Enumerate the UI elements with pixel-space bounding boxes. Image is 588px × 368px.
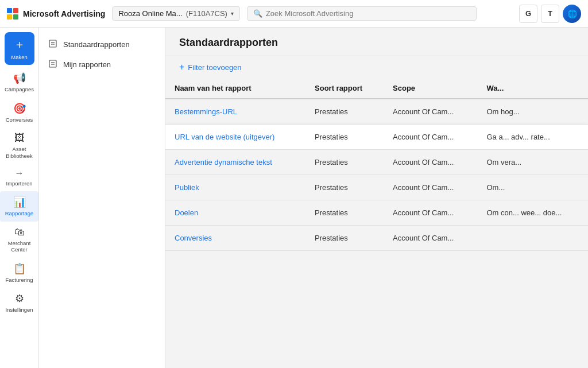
search-icon: 🔍 xyxy=(253,9,262,18)
sidebar-item-maken[interactable]: ＋ Maken xyxy=(5,32,34,65)
report-link-3[interactable]: Advertentie dynamische tekst xyxy=(175,158,272,166)
sidebar-item-label-merchant: Merchant Center xyxy=(2,240,36,253)
sidebar-item-campagnes[interactable]: 📢 Campagnes xyxy=(0,67,38,97)
report-name-cell: Doelen xyxy=(165,200,305,226)
sidebar-item-instellingen[interactable]: ⚙ Instellingen xyxy=(0,288,38,317)
table-row: Advertentie dynamische tekst Prestaties … xyxy=(165,150,588,175)
nav-mijn-rapporten[interactable]: Mijn rapporten xyxy=(39,55,165,75)
sidebar-item-label-campagnes: Campagnes xyxy=(5,86,34,92)
table-body: Bestemmings-URL Prestaties Account Of Ca… xyxy=(165,99,588,251)
logo-cell-2 xyxy=(13,8,18,13)
logo-cell-4 xyxy=(13,14,18,20)
table-row: Bestemmings-URL Prestaties Account Of Ca… xyxy=(165,99,588,125)
report-scope-3: Account Of Cam... xyxy=(384,150,477,175)
importeren-icon: → xyxy=(15,168,24,179)
filter-add-button[interactable]: + Filter toevoegen xyxy=(179,62,242,72)
second-nav: Standaardrapporten Mijn rapporten xyxy=(39,28,165,368)
col-wa: Wa... xyxy=(477,78,588,99)
reports-table-container: Naam van het rapport Soort rapport Scope… xyxy=(165,78,588,368)
mijn-rapporten-icon xyxy=(48,59,57,70)
report-scope-5: Account Of Cam... xyxy=(384,200,477,226)
col-naam: Naam van het rapport xyxy=(165,78,305,99)
report-name-cell: Advertentie dynamische tekst xyxy=(165,150,305,175)
report-name-cell: Bestemmings-URL xyxy=(165,99,305,125)
report-wa-6 xyxy=(477,226,588,251)
page-title: Standaardrapporten xyxy=(165,28,588,56)
search-input[interactable] xyxy=(266,9,470,18)
sidebar-item-label-instellingen: Instellingen xyxy=(5,307,33,313)
sidebar: ＋ Maken 📢 Campagnes 🎯 Conversies 🖼 Asset… xyxy=(0,28,39,368)
report-wa-3: Om vera... xyxy=(477,150,588,175)
svg-rect-0 xyxy=(49,40,56,47)
rapportage-icon: 📊 xyxy=(13,196,26,208)
merchant-icon: 🛍 xyxy=(14,226,25,238)
report-link-6[interactable]: Conversies xyxy=(175,234,212,242)
sidebar-item-label-importeren: Importeren xyxy=(6,180,33,187)
report-link-4[interactable]: Publiek xyxy=(175,183,199,192)
topbar: Microsoft Advertising Rooza Online Ma...… xyxy=(0,0,588,28)
report-scope-6: Account Of Cam... xyxy=(384,226,477,251)
nav-mijn-rapporten-label: Mijn rapporten xyxy=(63,60,111,69)
sidebar-item-label-asset: Asset Bibliotheek xyxy=(2,146,36,159)
report-link-1[interactable]: Bestemmings-URL xyxy=(175,107,237,116)
sidebar-item-facturering[interactable]: 📋 Facturering xyxy=(0,258,38,288)
btn-t[interactable]: T xyxy=(541,5,559,23)
maken-icon: ＋ xyxy=(14,37,25,52)
table-row: Conversies Prestaties Account Of Cam... xyxy=(165,226,588,251)
report-wa-4: Om... xyxy=(477,175,588,200)
report-wa-2: Ga a... adv... rate... xyxy=(477,125,588,150)
report-name-cell: Conversies xyxy=(165,226,305,251)
content-area: Standaardrapporten + Filter toevoegen Na… xyxy=(165,28,588,368)
col-scope: Scope xyxy=(384,78,477,99)
report-link-5[interactable]: Doelen xyxy=(175,208,198,217)
sidebar-item-asset[interactable]: 🖼 Asset Bibliotheek xyxy=(0,127,38,164)
table-header: Naam van het rapport Soort rapport Scope… xyxy=(165,78,588,99)
plus-icon: + xyxy=(179,62,184,72)
report-name-cell: URL van de website (uitgever) xyxy=(165,125,305,150)
report-scope-2: Account Of Cam... xyxy=(384,125,477,150)
account-id: (F110A7CS) xyxy=(186,9,227,18)
report-soort-1: Prestaties xyxy=(305,99,384,125)
instellingen-icon: ⚙ xyxy=(15,292,24,305)
table-row: URL van de website (uitgever) Prestaties… xyxy=(165,125,588,150)
sidebar-item-label-facturering: Facturering xyxy=(5,277,33,283)
account-name: Rooza Online Ma... xyxy=(118,9,182,18)
nav-standaardrapporten-label: Standaardrapporten xyxy=(63,40,130,49)
sidebar-item-rapportage[interactable]: 📊 Rapportage xyxy=(0,191,38,221)
sidebar-item-importeren[interactable]: → Importeren xyxy=(0,164,38,191)
logo-cell-3 xyxy=(7,14,12,20)
avatar[interactable]: 🌐 xyxy=(563,5,581,23)
search-bar[interactable]: 🔍 xyxy=(247,6,477,21)
report-wa-1: Om hog... xyxy=(477,99,588,125)
sidebar-item-label-conversies: Conversies xyxy=(6,117,33,123)
account-switcher[interactable]: Rooza Online Ma... (F110A7CS) ▾ xyxy=(112,6,240,21)
report-soort-6: Prestaties xyxy=(305,226,384,251)
asset-icon: 🖼 xyxy=(14,132,25,144)
standaardrapporten-icon xyxy=(48,39,57,50)
campagnes-icon: 📢 xyxy=(13,72,26,84)
report-scope-1: Account Of Cam... xyxy=(384,99,477,125)
app-name: Microsoft Advertising xyxy=(23,9,105,18)
report-soort-5: Prestaties xyxy=(305,200,384,226)
filter-add-label: Filter toevoegen xyxy=(188,63,241,72)
sidebar-item-conversies[interactable]: 🎯 Conversies xyxy=(0,98,38,127)
chevron-down-icon: ▾ xyxy=(231,10,234,17)
report-soort-2: Prestaties xyxy=(305,125,384,150)
svg-rect-3 xyxy=(49,60,56,67)
main-layout: ＋ Maken 📢 Campagnes 🎯 Conversies 🖼 Asset… xyxy=(0,28,588,368)
conversies-icon: 🎯 xyxy=(13,102,26,115)
sidebar-item-merchant[interactable]: 🛍 Merchant Center xyxy=(0,222,38,258)
app-logo: Microsoft Advertising xyxy=(7,8,105,20)
logo-cell-1 xyxy=(7,8,12,13)
btn-g[interactable]: G xyxy=(519,5,537,23)
nav-standaardrapporten[interactable]: Standaardrapporten xyxy=(39,34,165,55)
sidebar-item-label-maken: Maken xyxy=(11,54,28,60)
facturering-icon: 📋 xyxy=(13,262,26,275)
report-soort-4: Prestaties xyxy=(305,175,384,200)
table-row: Doelen Prestaties Account Of Cam... Om c… xyxy=(165,200,588,226)
col-soort: Soort rapport xyxy=(305,78,384,99)
report-wa-5: Om con... wee... doe... xyxy=(477,200,588,226)
report-link-2[interactable]: URL van de website (uitgever) xyxy=(175,133,274,141)
logo-grid-icon xyxy=(7,8,18,20)
filter-bar: + Filter toevoegen xyxy=(165,56,588,78)
